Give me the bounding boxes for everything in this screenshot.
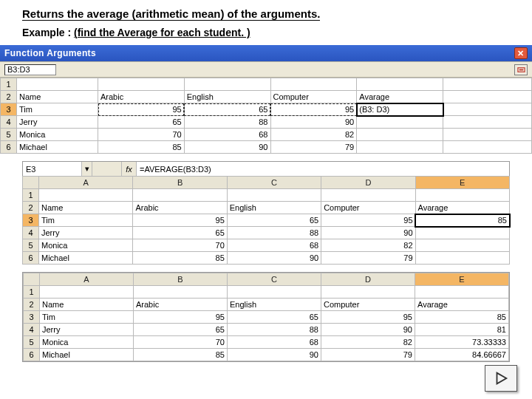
row-header[interactable]: 1 <box>24 286 40 299</box>
cell[interactable]: Michael <box>17 141 98 154</box>
cell[interactable]: 65 <box>134 324 228 336</box>
column-header-D[interactable]: D <box>321 273 415 286</box>
cell[interactable]: 65 <box>228 311 321 324</box>
cell[interactable]: 95 <box>134 311 228 324</box>
cell[interactable]: Jerry <box>39 227 133 239</box>
column-header-E[interactable]: E <box>415 273 509 286</box>
cell[interactable]: 82 <box>321 239 415 252</box>
name-box-dropdown-icon[interactable]: ▾ <box>82 162 92 176</box>
cell[interactable]: Michael <box>39 252 133 265</box>
function-arguments-input[interactable] <box>4 64 56 75</box>
row-header[interactable]: 4 <box>24 324 40 336</box>
cell[interactable]: 79 <box>270 141 357 154</box>
cell[interactable] <box>227 189 321 202</box>
cell[interactable]: 95 <box>133 214 227 227</box>
close-icon[interactable]: ✕ <box>514 47 528 59</box>
cell[interactable]: 88 <box>184 116 270 129</box>
cell[interactable]: 90 <box>321 227 415 239</box>
row-header[interactable]: 3 <box>23 214 39 227</box>
row-header[interactable]: 6 <box>23 252 39 265</box>
cell[interactable]: 65 <box>98 116 185 129</box>
cell[interactable]: 79 <box>321 349 415 361</box>
cell[interactable]: English <box>228 299 321 311</box>
column-header-C[interactable]: C <box>227 177 321 189</box>
cell[interactable]: Name <box>17 91 98 103</box>
cell[interactable]: 90 <box>321 324 415 336</box>
cell[interactable] <box>133 189 227 202</box>
cell[interactable]: 85 <box>98 141 185 154</box>
cell[interactable] <box>357 141 443 154</box>
row-header[interactable]: 6 <box>24 349 40 361</box>
row-header[interactable]: 1 <box>1 78 17 91</box>
cell[interactable]: Name <box>40 299 134 311</box>
cell[interactable]: Monica <box>40 336 134 349</box>
cell[interactable]: 70 <box>133 239 227 252</box>
row-header[interactable]: 3 <box>1 103 17 116</box>
row-header[interactable]: 4 <box>23 227 39 239</box>
cell[interactable]: Tim <box>40 311 134 324</box>
column-header-D[interactable]: D <box>321 177 415 189</box>
cell[interactable]: 95 <box>270 103 357 116</box>
column-header-C[interactable]: C <box>228 273 321 286</box>
row-header[interactable]: 6 <box>1 141 17 154</box>
cell[interactable]: Computer <box>321 202 415 214</box>
collapse-dialog-icon[interactable] <box>514 64 528 75</box>
cell[interactable] <box>40 286 134 299</box>
row-header[interactable]: 2 <box>1 91 17 103</box>
cell[interactable] <box>228 286 321 299</box>
select-all-corner[interactable] <box>24 273 40 286</box>
cell[interactable]: Avarage <box>415 202 509 214</box>
spreadsheet-2[interactable]: ABCDE 12NameArabicEnglishComputerAvarage… <box>22 176 510 265</box>
cell[interactable]: 82 <box>321 336 415 349</box>
cell[interactable] <box>39 189 133 202</box>
cell[interactable]: 85 <box>415 311 509 324</box>
cell[interactable]: 95 <box>321 311 415 324</box>
cell[interactable]: 95 <box>321 214 415 227</box>
cell[interactable] <box>415 286 509 299</box>
row-header[interactable]: 3 <box>24 311 40 324</box>
cell[interactable]: Tim <box>39 214 133 227</box>
cell[interactable] <box>321 189 415 202</box>
column-header-A[interactable]: A <box>39 177 133 189</box>
cell[interactable]: 65 <box>184 103 270 116</box>
cell[interactable] <box>357 129 443 141</box>
cell[interactable]: Avarage <box>357 91 443 103</box>
insert-function-icon[interactable]: fx <box>122 162 137 176</box>
row-header[interactable]: 5 <box>1 129 17 141</box>
cell[interactable]: 84.66667 <box>415 349 509 361</box>
spreadsheet-1[interactable]: 12NameArabicEnglishComputerAvarage3Tim95… <box>0 78 532 154</box>
cell[interactable]: 73.33333 <box>415 336 509 349</box>
cell[interactable]: Jerry <box>17 116 98 129</box>
select-all-corner[interactable] <box>23 177 39 189</box>
cell[interactable]: 79 <box>321 252 415 265</box>
row-header[interactable]: 5 <box>24 336 40 349</box>
cell[interactable]: Jerry <box>40 324 134 336</box>
cell[interactable]: Arabic <box>133 202 227 214</box>
cell[interactable]: 68 <box>184 129 270 141</box>
cell[interactable]: Computer <box>270 91 357 103</box>
cell[interactable]: 85 <box>415 214 509 227</box>
cell[interactable]: 85 <box>133 252 227 265</box>
cell[interactable] <box>184 78 270 91</box>
cell[interactable] <box>321 286 415 299</box>
cell[interactable]: 90 <box>184 141 270 154</box>
cell[interactable]: 90 <box>270 116 357 129</box>
cell[interactable]: 85 <box>134 349 228 361</box>
cell[interactable]: Monica <box>17 129 98 141</box>
cell[interactable] <box>357 116 443 129</box>
cell[interactable] <box>415 189 509 202</box>
cell[interactable]: 82 <box>270 129 357 141</box>
cell[interactable]: English <box>227 202 321 214</box>
column-header-A[interactable]: A <box>40 273 134 286</box>
row-header[interactable]: 2 <box>23 202 39 214</box>
cell[interactable]: 65 <box>133 227 227 239</box>
cell[interactable] <box>357 78 443 91</box>
row-header[interactable]: 5 <box>23 239 39 252</box>
cell[interactable]: Monica <box>39 239 133 252</box>
cell[interactable]: Name <box>39 202 133 214</box>
cell[interactable]: 68 <box>228 336 321 349</box>
name-box[interactable]: E3 <box>23 162 82 176</box>
cell[interactable] <box>98 78 185 91</box>
formula-input[interactable]: =AVERAGE(B3:D3) <box>137 162 509 176</box>
cell[interactable]: 65 <box>227 214 321 227</box>
